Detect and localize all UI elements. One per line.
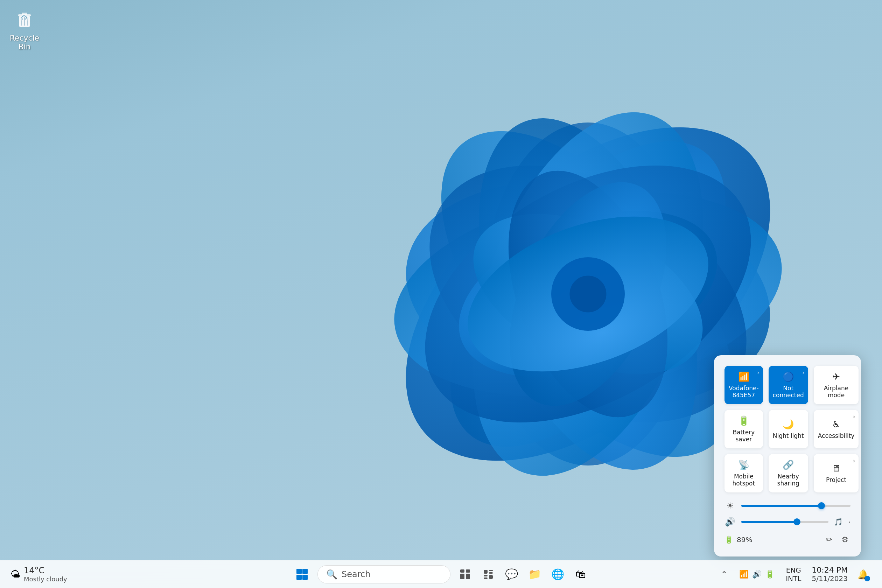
volume-row: 🔊 🎵 ›: [724, 517, 850, 527]
tray-network-volume[interactable]: 📶 🔊 🔋: [735, 568, 779, 580]
recycle-bin[interactable]: Recycle Bin: [7, 7, 42, 51]
mobile-hotspot-label: Mobile hotspot: [729, 473, 759, 487]
quick-settings-panel: › 📶 Vodafone-845E57 › 🔵 Not connected ✈ …: [714, 355, 861, 556]
airplane-label: Airplane mode: [818, 385, 855, 399]
project-button[interactable]: › 🖥 Project: [814, 454, 859, 492]
svg-rect-27: [466, 574, 470, 579]
desktop: Recycle Bin › 📶 Vodafone-845E57 › 🔵 Not …: [0, 0, 882, 588]
svg-point-7: [436, 89, 740, 499]
weather-info: 14°C Mostly cloudy: [24, 566, 67, 583]
tray-battery-icon: 🔋: [765, 570, 774, 579]
store-icon[interactable]: 🛍: [572, 566, 589, 583]
bluetooth-button[interactable]: › 🔵 Not connected: [769, 366, 808, 404]
nearby-sharing-label: Nearby sharing: [773, 473, 804, 487]
night-light-label: Night light: [773, 432, 804, 439]
clock-date: 5/11/2023: [812, 574, 848, 583]
start-button[interactable]: [293, 565, 311, 584]
svg-rect-24: [460, 570, 465, 573]
battery-actions: ✏ ⚙: [824, 533, 850, 546]
lang-line1: ENG: [786, 566, 801, 574]
settings-icon[interactable]: ⚙: [839, 533, 850, 546]
taskbar: 🌤 14°C Mostly cloudy 🔍 Search: [0, 560, 882, 588]
tray-overflow[interactable]: ⌃: [717, 568, 732, 580]
taskview-icon[interactable]: [457, 566, 474, 583]
brightness-icon: ☀: [724, 501, 736, 511]
mobile-hotspot-button[interactable]: 📡 Mobile hotspot: [724, 454, 763, 492]
wifi-button[interactable]: › 📶 Vodafone-845E57: [724, 366, 763, 404]
battery-saver-button[interactable]: 🔋 Battery saver: [724, 410, 763, 448]
bluetooth-icon: 🔵: [783, 371, 794, 382]
svg-point-16: [570, 276, 606, 312]
svg-point-12: [478, 149, 698, 439]
nearby-sharing-button[interactable]: 🔗 Nearby sharing: [769, 454, 808, 492]
svg-rect-32: [484, 578, 488, 579]
volume-device-icon[interactable]: 🎵: [834, 518, 843, 526]
svg-rect-29: [489, 570, 493, 571]
language-indicator[interactable]: ENG INTL: [782, 564, 805, 584]
night-light-button[interactable]: 🌙 Night light: [769, 410, 808, 448]
battery-info: 🔋 89%: [724, 536, 752, 544]
volume-chevron[interactable]: ›: [848, 519, 850, 525]
svg-rect-33: [489, 575, 493, 579]
volume-slider[interactable]: [741, 521, 828, 523]
project-icon: 🖥: [832, 463, 841, 474]
airplane-icon: ✈: [832, 371, 840, 382]
volume-icon: 🔊: [724, 517, 736, 527]
svg-rect-28: [484, 570, 488, 574]
battery-saver-label: Battery saver: [729, 429, 759, 443]
svg-rect-23: [302, 575, 308, 580]
svg-rect-25: [466, 570, 470, 573]
svg-rect-22: [297, 575, 302, 580]
quick-settings-grid: › 📶 Vodafone-845E57 › 🔵 Not connected ✈ …: [724, 366, 850, 492]
recycle-bin-label: Recycle Bin: [7, 34, 42, 51]
accessibility-button[interactable]: › ♿ Accessibility: [814, 410, 859, 448]
edit-icon[interactable]: ✏: [824, 533, 834, 546]
svg-point-14: [447, 186, 729, 402]
svg-rect-26: [460, 574, 465, 579]
bluetooth-label: Not connected: [773, 385, 804, 399]
system-tray: ⌃ 📶 🔊 🔋 ENG INTL 10:24 PM 5/11/2023 🔔: [717, 564, 872, 584]
weather-temp: 14°C: [24, 566, 67, 575]
brightness-slider[interactable]: [741, 505, 850, 507]
battery-row: 🔋 89% ✏ ⚙: [724, 533, 850, 546]
svg-point-8: [428, 81, 748, 507]
clock-time: 10:24 PM: [812, 566, 848, 574]
taskbar-center: 🔍 Search: [293, 565, 589, 584]
mobile-hotspot-icon: 📡: [738, 459, 749, 470]
project-chevron: ›: [853, 458, 855, 464]
svg-rect-30: [489, 572, 493, 574]
svg-rect-19: [22, 13, 27, 15]
teams-icon[interactable]: 💬: [503, 566, 520, 583]
airplane-mode-button[interactable]: ✈ Airplane mode: [814, 366, 859, 404]
brightness-row: ☀: [724, 501, 850, 511]
svg-point-15: [551, 257, 625, 331]
notification-button[interactable]: 🔔: [855, 566, 872, 583]
svg-point-11: [448, 181, 727, 407]
svg-point-13: [477, 158, 698, 430]
nearby-sharing-icon: 🔗: [783, 459, 794, 470]
edge-icon[interactable]: 🌐: [549, 566, 566, 583]
accessibility-label: Accessibility: [818, 432, 855, 439]
lang-line2: INTL: [786, 574, 801, 583]
search-text: Search: [342, 570, 370, 579]
clock[interactable]: 10:24 PM 5/11/2023: [808, 564, 851, 584]
project-label: Project: [826, 476, 846, 483]
wifi-icon: 📶: [738, 371, 749, 382]
battery-percent: 89%: [737, 536, 752, 544]
tray-volume-icon: 🔊: [752, 570, 762, 579]
bluetooth-chevron: ›: [802, 369, 804, 376]
weather-widget[interactable]: 🌤 14°C Mostly cloudy: [10, 566, 67, 583]
svg-point-3: [484, 123, 692, 465]
accessibility-icon: ♿: [832, 419, 840, 429]
svg-point-10: [436, 179, 740, 409]
tray-up-arrow: ⌃: [721, 570, 727, 579]
wifi-label: Vodafone-845E57: [729, 385, 759, 399]
file-explorer-icon[interactable]: 📁: [526, 566, 543, 583]
widgets-icon[interactable]: [480, 566, 496, 583]
night-light-icon: 🌙: [783, 419, 794, 429]
search-icon: 🔍: [326, 569, 338, 580]
battery-saver-icon: 🔋: [738, 416, 749, 426]
recycle-bin-icon: [12, 7, 37, 32]
search-bar[interactable]: 🔍 Search: [318, 565, 450, 584]
accessibility-chevron: ›: [853, 413, 855, 420]
